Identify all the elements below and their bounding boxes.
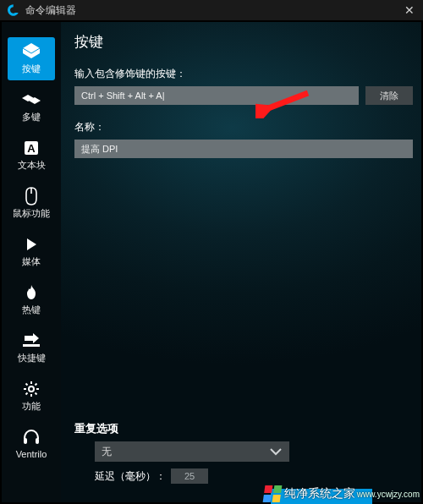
sidebar-item-label: 鼠标功能 bbox=[13, 209, 50, 218]
sidebar-item-hotkey[interactable]: 热键 bbox=[8, 278, 55, 321]
svg-point-3 bbox=[29, 386, 34, 392]
sidebar-item-multikey[interactable]: 多键 bbox=[8, 85, 55, 129]
svg-line-11 bbox=[36, 384, 37, 386]
sidebar-item-media[interactable]: 媒体 bbox=[8, 230, 55, 273]
gear-icon bbox=[21, 380, 41, 398]
svg-rect-12 bbox=[24, 438, 27, 444]
headset-icon bbox=[21, 428, 41, 446]
watermark-url: www.ycwjzy.com bbox=[357, 490, 420, 499]
key-input[interactable] bbox=[74, 86, 359, 105]
sidebar-item-shortcut[interactable]: 快捷键 bbox=[8, 326, 55, 370]
sidebar-item-label: 媒体 bbox=[22, 257, 41, 266]
key-icon bbox=[21, 42, 41, 61]
sidebar: 按键 多键 A 文本块 鼠标功能 媒体 bbox=[2, 22, 61, 502]
close-button[interactable]: ✕ bbox=[401, 3, 418, 17]
shortcut-icon bbox=[21, 331, 41, 350]
page-title: 按键 bbox=[74, 32, 413, 52]
repeat-title: 重复选项 bbox=[74, 421, 413, 436]
sidebar-item-label: Ventrilo bbox=[16, 450, 47, 459]
svg-line-9 bbox=[36, 393, 37, 395]
multikey-icon bbox=[21, 90, 41, 109]
flame-icon bbox=[21, 283, 41, 302]
sidebar-item-label: 功能 bbox=[22, 402, 41, 411]
sidebar-item-mouse[interactable]: 鼠标功能 bbox=[8, 182, 55, 225]
sidebar-item-label: 快捷键 bbox=[18, 353, 46, 363]
watermark-logo bbox=[262, 485, 282, 502]
sidebar-item-textblock[interactable]: A 文本块 bbox=[8, 134, 55, 177]
delay-label: 延迟（毫秒）： bbox=[95, 469, 166, 484]
clear-button[interactable]: 清除 bbox=[365, 86, 413, 105]
titlebar: 命令编辑器 ✕ bbox=[0, 0, 423, 20]
mouse-icon bbox=[21, 187, 41, 205]
sidebar-item-key[interactable]: 按键 bbox=[8, 37, 55, 80]
svg-rect-13 bbox=[36, 438, 39, 444]
svg-rect-2 bbox=[23, 344, 40, 347]
repeat-section: 重复选项 无 延迟（毫秒）： bbox=[74, 421, 413, 484]
watermark: 纯净系统之家 www.ycwjzy.com bbox=[264, 485, 420, 502]
repeat-mode-select[interactable]: 无 bbox=[95, 441, 289, 462]
sidebar-item-function[interactable]: 功能 bbox=[8, 375, 55, 418]
watermark-text: 纯净系统之家 bbox=[284, 486, 355, 501]
textblock-icon: A bbox=[21, 139, 41, 157]
delay-input[interactable] bbox=[171, 468, 208, 484]
key-field-label: 输入包含修饰键的按键： bbox=[74, 67, 413, 81]
logitech-logo bbox=[5, 3, 20, 18]
name-input[interactable] bbox=[74, 140, 413, 158]
sidebar-item-label: 多键 bbox=[22, 112, 41, 122]
svg-text:A: A bbox=[27, 142, 36, 155]
repeat-mode-value: 无 bbox=[102, 445, 112, 459]
name-field-label: 名称： bbox=[74, 120, 413, 134]
sidebar-item-ventrilo[interactable]: Ventrilo bbox=[8, 423, 55, 466]
content-pane: 按键 输入包含修饰键的按键： 清除 名称： 重复选项 无 bbox=[61, 22, 421, 502]
sidebar-item-label: 热键 bbox=[22, 305, 41, 315]
sidebar-item-label: 按键 bbox=[22, 64, 41, 74]
window-title: 命令编辑器 bbox=[25, 3, 76, 18]
sidebar-item-label: 文本块 bbox=[18, 161, 46, 170]
svg-line-10 bbox=[26, 393, 28, 395]
svg-line-8 bbox=[26, 384, 28, 386]
chevron-down-icon bbox=[269, 447, 283, 456]
play-icon bbox=[21, 235, 41, 254]
